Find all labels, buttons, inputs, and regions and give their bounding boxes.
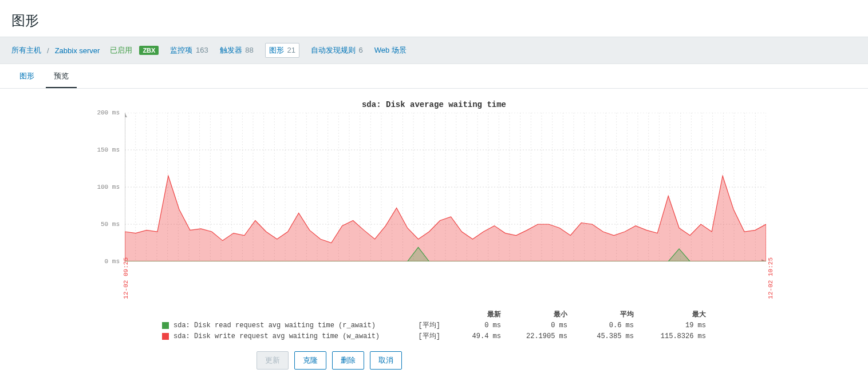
nav-triggers[interactable]: 触发器 88 <box>220 45 254 55</box>
nav-items-label: 监控项 <box>170 46 192 54</box>
x-end-label: 12-02 10:25 <box>767 257 774 299</box>
zbx-badge: ZBX <box>139 46 159 55</box>
nav-graphs-count: 21 <box>287 46 295 54</box>
nav-web[interactable]: Web 场景 <box>374 45 407 55</box>
page-title: 图形 <box>11 11 868 30</box>
nav-discovery[interactable]: 自动发现规则 6 <box>311 45 363 55</box>
legend-max: 19 ms <box>637 322 706 330</box>
nav-triggers-label: 触发器 <box>220 46 242 54</box>
clone-button[interactable]: 克隆 <box>294 351 326 370</box>
update-button: 更新 <box>257 351 289 370</box>
y-tick-label: 200 ms <box>97 109 120 116</box>
breadcrumb-sep: / <box>47 46 49 55</box>
svg-marker-67 <box>125 113 127 117</box>
breadcrumb-host[interactable]: Zabbix server <box>55 46 100 55</box>
y-tick-label: 50 ms <box>101 221 120 228</box>
nav-graphs[interactable]: 图形 21 <box>265 43 299 58</box>
breadcrumb-all-hosts[interactable]: 所有主机 <box>11 45 41 55</box>
chart-box: 0 ms50 ms100 ms150 ms200 ms 12-02 09:25 … <box>125 113 772 261</box>
y-tick-label: 100 ms <box>97 184 120 190</box>
y-tick-label: 150 ms <box>97 146 120 153</box>
button-row: 更新 克隆 删除 取消 <box>257 341 778 381</box>
legend-swatch <box>162 333 169 340</box>
nav-triggers-count: 88 <box>245 46 253 54</box>
nav-discovery-label: 自动发现规则 <box>311 46 356 54</box>
legend-min: 22.1905 ms <box>504 332 567 340</box>
tab-preview[interactable]: 预览 <box>46 65 77 88</box>
legend-max: 115.8326 ms <box>637 332 706 340</box>
host-nav-bar: 所有主机 / Zabbix server 已启用 ZBX 监控项 163 触发器… <box>0 37 868 64</box>
tab-graph[interactable]: 图形 <box>11 65 42 88</box>
y-tick-label: 0 ms <box>105 258 120 265</box>
legend-latest: 0 ms <box>444 322 501 330</box>
nav-discovery-count: 6 <box>359 46 363 54</box>
legend-aggregate: [平均] <box>394 331 440 341</box>
chart-title: sda: Disk average waiting time <box>90 100 778 109</box>
chart-legend: 最新最小平均最大sda: Disk read request avg waiti… <box>90 309 778 341</box>
legend-min: 0 ms <box>504 322 567 330</box>
nav-items[interactable]: 监控项 163 <box>170 45 208 55</box>
cancel-button[interactable]: 取消 <box>370 351 402 370</box>
tabs: 图形 预览 <box>0 65 868 89</box>
nav-graphs-label: 图形 <box>269 46 284 54</box>
legend-aggregate: [平均] <box>394 320 440 330</box>
legend-swatch <box>162 322 169 329</box>
status-enabled: 已启用 <box>110 45 132 55</box>
legend-series-name: sda: Disk write request avg waiting time… <box>173 332 391 340</box>
delete-button[interactable]: 删除 <box>332 351 364 370</box>
legend-latest: 49.4 ms <box>444 332 501 340</box>
chart-plot <box>125 113 766 261</box>
x-start-label: 12-02 09:25 <box>123 257 129 299</box>
legend-avg: 45.385 ms <box>571 332 634 340</box>
legend-series-name: sda: Disk read request avg waiting time … <box>173 322 391 330</box>
legend-avg: 0.6 ms <box>571 322 634 330</box>
nav-items-count: 163 <box>196 46 208 54</box>
